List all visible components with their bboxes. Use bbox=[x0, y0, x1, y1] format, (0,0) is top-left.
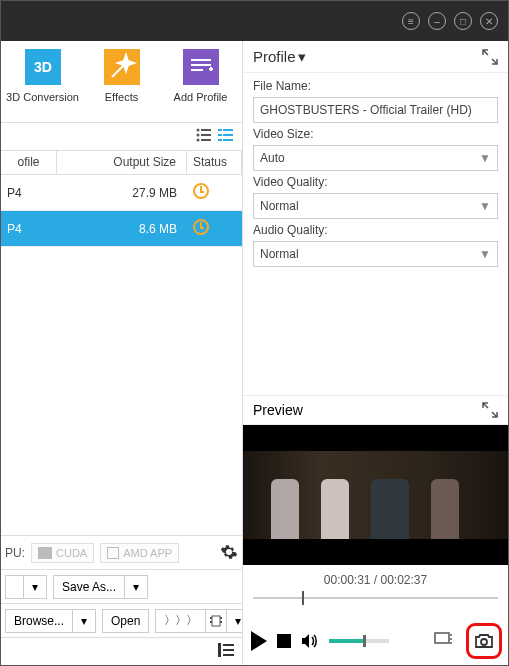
profile-form: File Name: GHOSTBUSTERS - Official Trail… bbox=[243, 73, 508, 277]
svg-point-31 bbox=[450, 634, 452, 636]
playback-time: 00:00:31 / 00:02:37 bbox=[243, 565, 508, 591]
pending-icon bbox=[193, 219, 209, 235]
maximize-button[interactable]: □ bbox=[454, 12, 472, 30]
amd-icon bbox=[107, 547, 119, 559]
svg-rect-8 bbox=[201, 129, 211, 131]
list-footer-icon[interactable] bbox=[218, 643, 234, 661]
video-preview[interactable] bbox=[243, 425, 508, 565]
cell-size: 8.6 MB bbox=[57, 222, 187, 236]
svg-rect-5 bbox=[191, 64, 211, 66]
right-panel: Profile ▾ File Name: GHOSTBUSTERS - Offi… bbox=[243, 41, 508, 665]
convert-label: 〉〉〉 bbox=[156, 610, 206, 632]
col-status[interactable]: Status bbox=[187, 151, 242, 174]
videosize-label: Video Size: bbox=[253, 127, 498, 141]
save-as-label: Save As... bbox=[54, 576, 125, 598]
seek-track bbox=[253, 597, 498, 599]
svg-rect-30 bbox=[435, 633, 449, 643]
expand-icon bbox=[482, 402, 498, 418]
svg-rect-20 bbox=[107, 547, 119, 559]
button-row-1: ▾ Save As...▾ bbox=[1, 569, 242, 603]
volume-button[interactable] bbox=[301, 633, 319, 649]
preview-section: Preview 00:00:31 / 00:02:37 bbox=[243, 395, 508, 665]
filename-input[interactable]: GHOSTBUSTERS - Official Trailer (HD) bbox=[253, 97, 498, 123]
screen-icon bbox=[434, 632, 452, 646]
cuda-badge[interactable]: CUDA bbox=[31, 543, 94, 563]
volume-thumb[interactable] bbox=[363, 635, 366, 647]
open-button[interactable]: Open bbox=[102, 609, 149, 633]
svg-rect-19 bbox=[38, 547, 52, 559]
videoquality-select[interactable]: Normal▼ bbox=[253, 193, 498, 219]
expand-preview-button[interactable] bbox=[482, 402, 498, 418]
volume-slider[interactable] bbox=[329, 639, 389, 643]
nvidia-icon bbox=[38, 547, 52, 559]
seek-thumb[interactable] bbox=[302, 591, 304, 605]
audioquality-label: Audio Quality: bbox=[253, 223, 498, 237]
minimize-button[interactable]: – bbox=[428, 12, 446, 30]
audioquality-select[interactable]: Normal▼ bbox=[253, 241, 498, 267]
open-label: Open bbox=[103, 610, 148, 632]
ribbon-label: Effects bbox=[105, 91, 138, 103]
svg-point-32 bbox=[450, 638, 452, 640]
videosize-select[interactable]: Auto▼ bbox=[253, 145, 498, 171]
svg-rect-15 bbox=[218, 134, 222, 136]
svg-rect-16 bbox=[223, 134, 233, 136]
footer-bar bbox=[1, 637, 242, 665]
left-panel: 3D 3D Conversion Effects Add Profile bbox=[1, 41, 243, 665]
stop-button[interactable] bbox=[277, 634, 291, 648]
expand-profile-button[interactable] bbox=[482, 49, 498, 65]
profile-dropdown-icon[interactable]: ▾ bbox=[298, 48, 306, 66]
effects-button[interactable]: Effects bbox=[84, 47, 159, 116]
ribbon: 3D 3D Conversion Effects Add Profile bbox=[1, 41, 242, 123]
col-profile[interactable]: ofile bbox=[1, 151, 57, 174]
fullscreen-button[interactable] bbox=[434, 632, 452, 650]
svg-rect-10 bbox=[201, 134, 211, 136]
svg-point-9 bbox=[197, 133, 200, 136]
play-button[interactable] bbox=[251, 631, 267, 651]
table-row[interactable]: P4 8.6 MB bbox=[1, 211, 242, 247]
col-output-size[interactable]: Output Size bbox=[57, 151, 187, 174]
table-row[interactable]: P4 27.9 MB bbox=[1, 175, 242, 211]
chevron-down-icon: ▼ bbox=[479, 247, 491, 261]
playback-controls bbox=[243, 617, 508, 665]
browse-button[interactable]: Browse...▾ bbox=[5, 609, 96, 633]
cube-3d-icon: 3D bbox=[23, 47, 63, 87]
settings-button[interactable] bbox=[220, 543, 238, 563]
svg-rect-6 bbox=[191, 69, 203, 71]
left-small-dropdown[interactable]: ▾ bbox=[5, 575, 47, 599]
svg-rect-23 bbox=[210, 621, 212, 623]
table-header: ofile Output Size Status bbox=[1, 151, 242, 175]
svg-point-11 bbox=[197, 138, 200, 141]
svg-rect-18 bbox=[223, 139, 233, 141]
svg-point-34 bbox=[481, 639, 487, 645]
profile-title: Profile bbox=[253, 48, 296, 65]
cell-status bbox=[187, 219, 242, 238]
pending-icon bbox=[193, 183, 209, 199]
svg-point-7 bbox=[197, 128, 200, 131]
video-still bbox=[243, 451, 508, 539]
add-profile-button[interactable]: Add Profile bbox=[163, 47, 238, 116]
volume-fill bbox=[329, 639, 363, 643]
save-as-button[interactable]: Save As...▾ bbox=[53, 575, 148, 599]
amd-badge[interactable]: AMD APP bbox=[100, 543, 179, 563]
cell-profile: P4 bbox=[1, 186, 57, 200]
add-profile-icon bbox=[181, 47, 221, 87]
filename-label: File Name: bbox=[253, 79, 498, 93]
titlebar: ≡ – □ ✕ bbox=[1, 1, 508, 41]
3d-conversion-button[interactable]: 3D 3D Conversion bbox=[5, 47, 80, 116]
videoquality-label: Video Quality: bbox=[253, 175, 498, 189]
svg-rect-28 bbox=[223, 649, 234, 651]
svg-rect-29 bbox=[223, 654, 234, 656]
list-view-icon[interactable] bbox=[196, 128, 212, 146]
snapshot-button[interactable] bbox=[466, 623, 502, 659]
svg-rect-25 bbox=[220, 621, 222, 623]
preview-header: Preview bbox=[243, 395, 508, 425]
seek-bar[interactable] bbox=[253, 591, 498, 605]
menu-button[interactable]: ≡ bbox=[402, 12, 420, 30]
svg-rect-21 bbox=[212, 616, 220, 626]
detail-view-icon[interactable] bbox=[218, 128, 234, 146]
convert-button[interactable]: 〉〉〉 ▾ bbox=[155, 609, 243, 633]
svg-rect-26 bbox=[218, 643, 221, 657]
view-toggle-bar bbox=[1, 123, 242, 151]
svg-rect-4 bbox=[191, 59, 211, 61]
close-button[interactable]: ✕ bbox=[480, 12, 498, 30]
